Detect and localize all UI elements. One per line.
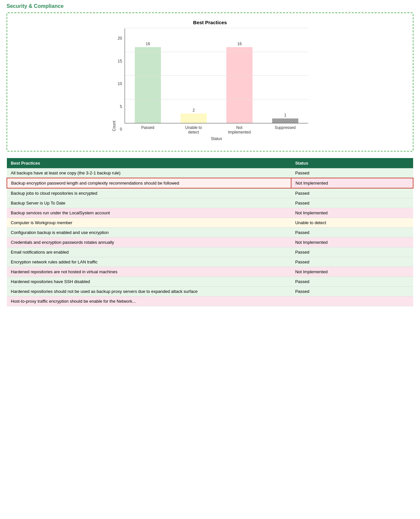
- status-cell: Not Implemented: [291, 178, 413, 188]
- bar-passed-value: 16: [146, 42, 150, 46]
- table-row: Configuration backup is enabled and use …: [7, 228, 413, 238]
- y-axis-label: Count: [112, 121, 116, 131]
- table-row: Computer is Workgroup memberUnable to de…: [7, 218, 413, 228]
- status-cell: Unable to detect: [291, 218, 413, 228]
- x-label-not-implemented: Not Implemented: [226, 125, 253, 134]
- bar-not-implemented-rect: [226, 47, 253, 123]
- bar-unable-value: 2: [193, 108, 195, 113]
- practice-cell: Host-to-proxy traffic encryption should …: [7, 296, 291, 306]
- col-header-practices: Best Practices: [7, 158, 291, 168]
- x-axis-label: Status: [211, 136, 222, 141]
- table-row: Backup encryption password length and co…: [7, 178, 413, 188]
- x-label-passed: Passed: [135, 125, 161, 134]
- bar-passed-rect: [135, 47, 161, 123]
- practice-cell: Hardened repositories should not be used…: [7, 287, 291, 296]
- y-tick-0: 0: [118, 127, 122, 131]
- practice-cell: Hardened repositories are not hosted in …: [7, 267, 291, 277]
- status-cell: Not Implemented: [291, 208, 413, 218]
- table-row: Encryption network rules added for LAN t…: [7, 257, 413, 267]
- practice-cell: Hardened repositories have SSH disabled: [7, 277, 291, 287]
- status-cell: Passed: [291, 168, 413, 178]
- practice-cell: Encryption network rules added for LAN t…: [7, 257, 291, 267]
- status-cell: Not Implemented: [291, 267, 413, 277]
- x-label-unable: Unable to detect: [181, 125, 207, 134]
- bar-passed: 16: [135, 42, 161, 123]
- status-cell: [291, 296, 413, 306]
- table-row: Backup services run under the LocalSyste…: [7, 208, 413, 218]
- bars-wrapper: 16 2 16 1: [125, 28, 308, 123]
- y-tick-10: 10: [118, 82, 122, 86]
- practice-cell: Backup jobs to cloud repositories is enc…: [7, 188, 291, 198]
- status-cell: Passed: [291, 188, 413, 198]
- status-cell: Passed: [291, 228, 413, 238]
- table-row: All backups have at least one copy (the …: [7, 168, 413, 178]
- table-row: Hardened repositories have SSH disabledP…: [7, 277, 413, 287]
- table-row: Backup Server is Up To DatePassed: [7, 198, 413, 208]
- bar-suppressed-value: 1: [284, 113, 287, 117]
- status-cell: Passed: [291, 277, 413, 287]
- chart-container: Best Practices Count 0 5 10 15 20: [7, 12, 413, 152]
- table-row: Backup jobs to cloud repositories is enc…: [7, 188, 413, 198]
- table-header-row: Best Practices Status: [7, 158, 413, 168]
- x-label-suppressed: Suppressed: [272, 125, 298, 134]
- bar-unable-rect: [181, 114, 207, 123]
- table-row: Hardened repositories are not hosted in …: [7, 267, 413, 277]
- practice-cell: Configuration backup is enabled and use …: [7, 228, 291, 238]
- practice-cell: All backups have at least one copy (the …: [7, 168, 291, 178]
- section-title: Security & Compliance: [7, 3, 413, 9]
- bar-unable: 2: [181, 108, 207, 123]
- bar-suppressed-rect: [272, 118, 298, 123]
- practice-cell: Credentials and encryption passwords rot…: [7, 238, 291, 247]
- table-row: Hardened repositories should not be used…: [7, 287, 413, 296]
- status-cell: Passed: [291, 287, 413, 296]
- practice-cell: Computer is Workgroup member: [7, 218, 291, 228]
- status-cell: Passed: [291, 247, 413, 257]
- bar-not-implemented: 16: [226, 42, 253, 123]
- status-cell: Passed: [291, 198, 413, 208]
- practice-cell: Backup encryption password length and co…: [7, 178, 291, 188]
- col-header-status: Status: [291, 158, 413, 168]
- bar-not-implemented-value: 16: [237, 42, 241, 46]
- bar-suppressed: 1: [272, 113, 298, 123]
- table-row: Email notifications are enabledPassed: [7, 247, 413, 257]
- table-row: Credentials and encryption passwords rot…: [7, 238, 413, 247]
- practices-table: Best Practices Status All backups have a…: [7, 158, 413, 306]
- table-row: Host-to-proxy traffic encryption should …: [7, 296, 413, 306]
- chart-title: Best Practices: [17, 20, 403, 25]
- practice-cell: Email notifications are enabled: [7, 247, 291, 257]
- y-tick-15: 15: [118, 59, 122, 63]
- practice-cell: Backup Server is Up To Date: [7, 198, 291, 208]
- practice-cell: Backup services run under the LocalSyste…: [7, 208, 291, 218]
- y-tick-5: 5: [118, 105, 122, 109]
- status-cell: Not Implemented: [291, 238, 413, 247]
- y-tick-20: 20: [118, 36, 122, 40]
- status-cell: Passed: [291, 257, 413, 267]
